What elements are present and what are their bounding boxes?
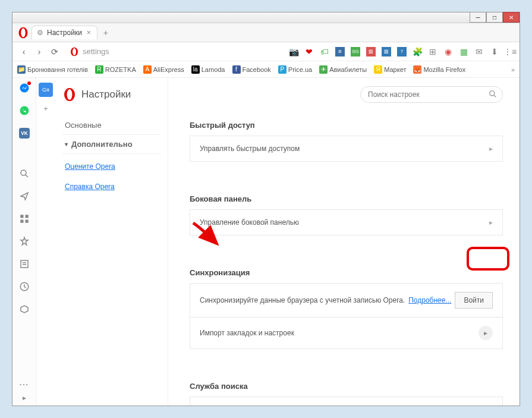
tab-strip-add[interactable]: + xyxy=(39,102,53,116)
close-window-button[interactable]: ✕ xyxy=(503,12,520,23)
opera-menu-icon[interactable] xyxy=(17,27,29,39)
settings-header: Настройки xyxy=(62,87,160,102)
vk-icon[interactable]: VK xyxy=(19,128,30,139)
flow-icon[interactable] xyxy=(19,191,30,202)
chevron-right-icon: ▸ xyxy=(479,326,493,340)
chevron-right-icon: ▸ xyxy=(489,144,493,153)
whatsapp-icon[interactable] xyxy=(19,105,30,116)
bookmark-item[interactable]: RROZETKA xyxy=(95,65,136,74)
heart-icon[interactable]: ❤ xyxy=(304,47,314,56)
forward-button[interactable]: › xyxy=(33,45,46,58)
download-icon[interactable]: ⬇ xyxy=(490,47,499,56)
tab-title: Настройки xyxy=(47,29,82,37)
svg-rect-13 xyxy=(25,220,28,223)
ext5-icon[interactable]: 7 xyxy=(397,47,407,56)
address-field[interactable]: settings xyxy=(66,46,284,58)
ext1-icon[interactable]: B xyxy=(335,47,345,56)
settings-page: Настройки Основные ▾ Дополнительно Оцени… xyxy=(55,78,520,406)
bookmark-item[interactable]: fFacebook xyxy=(232,65,271,74)
ext9-icon[interactable]: ▦ xyxy=(459,47,468,56)
maximize-button[interactable]: □ xyxy=(486,12,503,23)
section-quick-access-title: Быстрый доступ xyxy=(190,121,503,130)
settings-sidebar: Настройки Основные ▾ Дополнительно Оцени… xyxy=(55,78,168,406)
bookmark-item[interactable]: 📁Бронювання готелів xyxy=(17,65,88,74)
messenger-icon[interactable] xyxy=(19,83,30,93)
import-bookmarks-row[interactable]: Импорт закладок и настроек ▸ xyxy=(190,317,503,349)
help-opera-link[interactable]: Справка Opera xyxy=(62,179,160,194)
section-search-title: Служба поиска xyxy=(190,382,503,391)
settings-title-text: Настройки xyxy=(81,89,131,100)
ext2-icon[interactable]: SG xyxy=(351,47,360,56)
svg-text:VK: VK xyxy=(21,131,28,136)
bookmarks-bar: 📁Бронювання готелівRROZETKAAAliExpressla… xyxy=(12,61,520,78)
svg-rect-12 xyxy=(20,220,23,223)
svg-point-3 xyxy=(73,48,76,55)
sync-login-row: Синхронизируйте данные браузера с учетно… xyxy=(190,283,503,318)
bookmark-item[interactable]: PPrice.ua xyxy=(278,65,312,74)
svg-rect-10 xyxy=(20,215,23,218)
tab-bar: ⚙ Настройки × + xyxy=(12,23,520,42)
section-sidebar-title: Боковая панель xyxy=(190,194,503,203)
chevron-right-icon: ▸ xyxy=(489,218,493,227)
ext10-icon[interactable]: ✉ xyxy=(474,47,484,56)
svg-rect-11 xyxy=(25,215,28,218)
section-sync-title: Синхронизация xyxy=(190,268,503,277)
sync-login-button[interactable]: Войти xyxy=(455,292,493,309)
svg-line-9 xyxy=(26,175,28,177)
bookmarks-sidebar-icon[interactable] xyxy=(19,236,30,247)
bookmark-item[interactable]: AAliExpress xyxy=(143,65,184,74)
settings-search-input[interactable] xyxy=(360,86,503,103)
tab-settings[interactable]: ⚙ Настройки × xyxy=(32,26,97,39)
ext3-icon[interactable]: ▧ xyxy=(366,47,376,56)
svg-point-20 xyxy=(490,91,495,96)
search-engine-row: Задайте поисковую систему для поиска из … xyxy=(190,397,503,406)
tag-icon[interactable]: 🏷 xyxy=(320,47,329,56)
reload-button[interactable]: ⟳ xyxy=(48,45,61,58)
new-tab-button[interactable]: + xyxy=(100,27,112,39)
bookmark-item[interactable]: laLamoda xyxy=(191,65,225,74)
gear-icon: ⚙ xyxy=(37,29,43,37)
manage-quick-access-row[interactable]: Управлять быстрым доступом ▸ xyxy=(190,136,503,162)
bookmark-item[interactable]: ✈Авиабилеты xyxy=(319,65,367,74)
svg-line-21 xyxy=(494,95,496,97)
browser-sidebar: VK ⋯ ▸ xyxy=(12,78,36,406)
history-icon[interactable] xyxy=(19,281,30,292)
browser-window: ─ □ ✕ ⚙ Настройки × + ‹ › ⟳ settings 📷 ❤… xyxy=(12,12,520,406)
ext7-icon[interactable]: ⊞ xyxy=(428,47,437,56)
svg-point-19 xyxy=(67,89,73,100)
nav-advanced[interactable]: ▾ Дополнительно xyxy=(62,134,160,154)
vertical-tab-strip: Gя + xyxy=(36,78,55,406)
sidebar-expand-button[interactable]: ⋯ xyxy=(19,379,29,390)
bookmark-item[interactable]: 🦊Mozilla Firefox xyxy=(413,65,465,74)
opera-logo-icon xyxy=(62,87,77,102)
ext8-icon[interactable]: ◉ xyxy=(443,47,453,56)
settings-content: Быстрый доступ Управлять быстрым доступо… xyxy=(168,78,520,406)
search-sidebar-icon[interactable] xyxy=(19,168,30,179)
manage-sidebar-row[interactable]: Управление боковой панелью ▸ xyxy=(190,209,503,235)
tab-close-button[interactable]: × xyxy=(86,29,92,37)
toolbar-icons: 📷 ❤ 🏷 B SG ▧ ▧ 7 🧩 ⊞ ◉ ▦ ✉ ⬇ ⋮≡ xyxy=(289,47,515,56)
extensions-icon[interactable] xyxy=(19,304,30,315)
news-icon[interactable] xyxy=(19,259,30,269)
sync-more-link[interactable]: Подробнее... xyxy=(408,296,451,304)
window-titlebar: ─ □ ✕ xyxy=(12,12,520,23)
ext6-icon[interactable]: 🧩 xyxy=(413,47,422,56)
sidebar-toggle-button[interactable]: ▸ xyxy=(23,394,26,402)
camera-icon[interactable]: 📷 xyxy=(289,47,298,56)
tab-strip-item[interactable]: Gя xyxy=(39,83,53,97)
speed-dial-icon[interactable] xyxy=(19,213,30,224)
bookmark-item[interactable]: ЯМаркет xyxy=(374,65,406,74)
minimize-button[interactable]: ─ xyxy=(470,12,486,23)
nav-basic[interactable]: Основные xyxy=(62,116,160,134)
ext4-icon[interactable]: ▧ xyxy=(382,47,391,56)
back-button[interactable]: ‹ xyxy=(17,45,30,58)
opera-page-icon xyxy=(70,47,79,56)
easy-setup-icon[interactable]: ⋮≡ xyxy=(505,47,515,56)
chevron-down-icon: ▾ xyxy=(65,141,68,147)
svg-point-1 xyxy=(21,28,26,37)
svg-point-8 xyxy=(21,170,26,175)
search-icon xyxy=(489,90,497,100)
bookmarks-overflow-button[interactable]: » xyxy=(511,66,515,73)
address-bar: ‹ › ⟳ settings 📷 ❤ 🏷 B SG ▧ ▧ 7 🧩 ⊞ ◉ ▦ … xyxy=(12,42,520,61)
rate-opera-link[interactable]: Оцените Opera xyxy=(62,159,160,174)
